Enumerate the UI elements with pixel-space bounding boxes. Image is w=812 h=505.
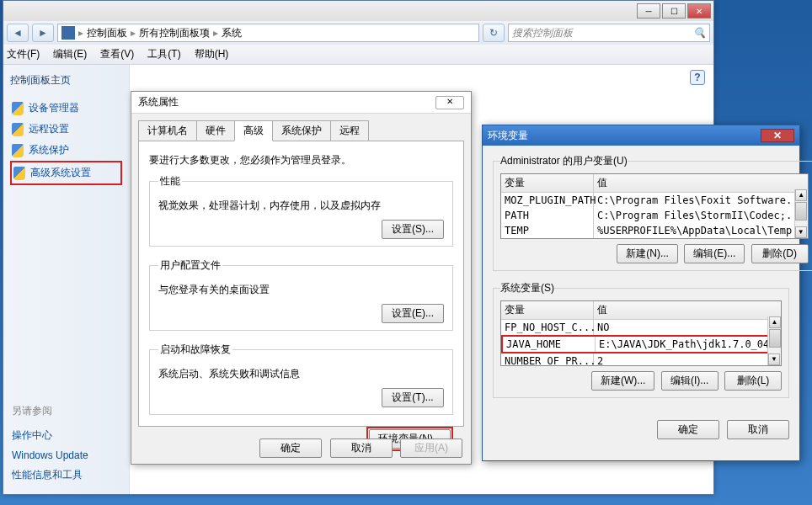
ok-button[interactable]: 确定 xyxy=(259,439,322,458)
table-row-javahome[interactable]: JAVA_HOMEE:\JAVA\JDK_Path\jdk1.7.0_04 xyxy=(501,335,781,354)
cancel-button[interactable]: 取消 xyxy=(330,439,393,458)
menu-help[interactable]: 帮助(H) xyxy=(195,47,229,61)
scroll-down-icon[interactable]: ▼ xyxy=(795,226,807,238)
forward-button[interactable]: ► xyxy=(32,24,54,42)
sidebar-item-sysprotect[interactable]: 系统保护 xyxy=(10,140,122,161)
dialog-titlebar: 系统属性 ✕ xyxy=(131,92,471,114)
table-row[interactable]: TEMP%USERPROFILE%\AppData\Local\Temp xyxy=(501,223,808,238)
sidebar-item-advanced[interactable]: 高级系统设置 xyxy=(10,161,122,185)
col-variable[interactable]: 变量 xyxy=(501,174,594,192)
delete-user-var-button[interactable]: 删除(D) xyxy=(751,244,809,263)
chevron-right-icon: ▸ xyxy=(129,27,137,39)
breadcrumb[interactable]: ▸ 控制面板 ▸ 所有控制面板项 ▸ 系统 xyxy=(57,24,479,42)
edit-user-var-button[interactable]: 编辑(E)... xyxy=(684,244,745,263)
footer-link-perf-info[interactable]: 性能信息和工具 xyxy=(12,468,88,482)
sidebar-title[interactable]: 控制面板主页 xyxy=(10,73,122,88)
user-var-buttons: 新建(N)... 编辑(E)... 删除(D) xyxy=(500,244,809,263)
menu-view[interactable]: 查看(V) xyxy=(100,47,134,61)
refresh-button[interactable]: ↻ xyxy=(483,24,505,42)
section-desc: 与您登录有关的桌面设置 xyxy=(158,283,444,297)
tab-content: 要进行大多数更改，您必须作为管理员登录。 性能 视觉效果，处理器计划，内存使用，… xyxy=(138,141,464,427)
menu-file[interactable]: 文件(F) xyxy=(7,47,40,61)
section-desc: 系统启动、系统失败和调试信息 xyxy=(158,367,444,381)
breadcrumb-item[interactable]: 控制面板 xyxy=(87,26,127,40)
profile-settings-button[interactable]: 设置(E)... xyxy=(382,304,444,323)
menu-tools[interactable]: 工具(T) xyxy=(147,47,180,61)
nav-icon xyxy=(61,26,75,40)
user-vars-list[interactable]: 变量 值 MOZ_PLUGIN_PATHC:\Program Files\Fox… xyxy=(500,173,809,239)
sidebar-footer: 另请参阅 操作中心 Windows Update 性能信息和工具 xyxy=(12,404,88,482)
performance-section: 性能 视觉效果，处理器计划，内存使用，以及虚拟内存 设置(S)... xyxy=(149,174,453,247)
dialog-buttons: 确定 取消 应用(A) xyxy=(131,433,471,463)
dialog-body: Administrator 的用户变量(U) 变量 值 MOZ_PLUGIN_P… xyxy=(483,146,799,417)
intro-text: 要进行大多数更改，您必须作为管理员登录。 xyxy=(149,153,453,167)
startup-settings-button[interactable]: 设置(T)... xyxy=(382,388,444,407)
cell-var: NUMBER_OF_PR... xyxy=(501,354,594,366)
col-value[interactable]: 值 xyxy=(594,174,808,192)
back-button[interactable]: ◄ xyxy=(7,24,29,42)
menu-bar: 文件(F) 编辑(E) 查看(V) 工具(T) 帮助(H) xyxy=(3,45,713,65)
cell-val: C:\Program Files\Foxit Software... xyxy=(594,193,808,208)
tab-remote[interactable]: 远程 xyxy=(330,120,369,141)
system-properties-dialog: 系统属性 ✕ 计算机名 硬件 高级 系统保护 远程 要进行大多数更改，您必须作为… xyxy=(131,91,472,465)
shield-icon xyxy=(12,144,24,157)
table-row[interactable]: NUMBER_OF_PR...2 xyxy=(501,354,781,366)
scroll-up-icon[interactable]: ▲ xyxy=(795,189,807,201)
search-icon[interactable]: 🔍 xyxy=(693,27,706,39)
section-title: 性能 xyxy=(158,174,182,189)
table-row[interactable]: MOZ_PLUGIN_PATHC:\Program Files\Foxit So… xyxy=(501,193,808,208)
section-title: 启动和故障恢复 xyxy=(158,343,232,357)
close-button[interactable]: ✕ xyxy=(435,96,464,109)
apply-button[interactable]: 应用(A) xyxy=(400,439,462,458)
footer-link-windows-update[interactable]: Windows Update xyxy=(12,449,88,461)
sys-var-buttons: 新建(W)... 编辑(I)... 删除(L) xyxy=(500,371,782,391)
env-vars-dialog: 环境变量 ✕ Administrator 的用户变量(U) 变量 值 MOZ_P… xyxy=(482,125,800,461)
scroll-thumb[interactable] xyxy=(769,329,781,348)
close-button[interactable]: ✕ xyxy=(761,129,794,142)
new-user-var-button[interactable]: 新建(N)... xyxy=(617,244,678,263)
footer-header: 另请参阅 xyxy=(12,404,88,418)
perf-settings-button[interactable]: 设置(S)... xyxy=(382,220,444,239)
breadcrumb-item[interactable]: 所有控制面板项 xyxy=(139,26,210,40)
tab-computer-name[interactable]: 计算机名 xyxy=(138,120,197,141)
shield-icon xyxy=(12,123,24,136)
tab-system-protection[interactable]: 系统保护 xyxy=(272,120,331,141)
sidebar-item-remote[interactable]: 远程设置 xyxy=(10,119,122,140)
sidebar-item-label: 设备管理器 xyxy=(29,101,79,115)
delete-sys-var-button[interactable]: 删除(L) xyxy=(724,371,782,391)
breadcrumb-item[interactable]: 系统 xyxy=(222,26,242,40)
tab-hardware[interactable]: 硬件 xyxy=(196,120,235,141)
col-value[interactable]: 值 xyxy=(594,301,781,319)
scroll-up-icon[interactable]: ▲ xyxy=(769,316,781,328)
shield-icon xyxy=(12,102,24,115)
sidebar-item-device-mgr[interactable]: 设备管理器 xyxy=(10,98,122,119)
help-icon[interactable]: ? xyxy=(690,70,705,85)
cell-val: C:\Program Files\StormII\Codec;... xyxy=(594,208,808,223)
col-variable[interactable]: 变量 xyxy=(501,301,594,319)
maximize-button[interactable]: ☐ xyxy=(662,3,686,19)
tab-advanced[interactable]: 高级 xyxy=(234,120,273,141)
tab-strip: 计算机名 硬件 高级 系统保护 远程 xyxy=(138,120,464,141)
ok-button[interactable]: 确定 xyxy=(657,420,719,439)
profile-section: 用户配置文件 与您登录有关的桌面设置 设置(E)... xyxy=(149,258,453,331)
cell-val: NO xyxy=(594,320,781,335)
new-sys-var-button[interactable]: 新建(W)... xyxy=(591,371,654,391)
edit-sys-var-button[interactable]: 编辑(I)... xyxy=(661,371,719,391)
search-input[interactable]: 搜索控制面板 🔍 xyxy=(508,24,710,42)
close-button[interactable]: ✕ xyxy=(687,3,711,19)
cell-var: FP_NO_HOST_C... xyxy=(501,320,594,335)
sys-vars-list[interactable]: 变量 值 FP_NO_HOST_C...NO JAVA_HOMEE:\JAVA\… xyxy=(500,300,782,366)
footer-link-action-center[interactable]: 操作中心 xyxy=(12,428,88,443)
table-row[interactable]: PATHC:\Program Files\StormII\Codec;... xyxy=(501,208,808,223)
user-vars-group: Administrator 的用户变量(U) 变量 值 MOZ_PLUGIN_P… xyxy=(493,154,789,271)
scroll-down-icon[interactable]: ▼ xyxy=(768,354,780,365)
cancel-button[interactable]: 取消 xyxy=(727,420,789,439)
scrollbar[interactable]: ▲▼ xyxy=(767,316,781,365)
scroll-thumb[interactable] xyxy=(795,202,807,221)
table-row[interactable]: FP_NO_HOST_C...NO xyxy=(501,320,781,335)
scrollbar[interactable]: ▲▼ xyxy=(794,189,808,238)
menu-edit[interactable]: 编辑(E) xyxy=(53,47,87,61)
table-row[interactable]: TMP%USERPROFILE%\AppData\Local\Temp xyxy=(501,238,808,239)
sidebar-item-label: 系统保护 xyxy=(29,143,69,157)
minimize-button[interactable]: ─ xyxy=(637,3,660,19)
